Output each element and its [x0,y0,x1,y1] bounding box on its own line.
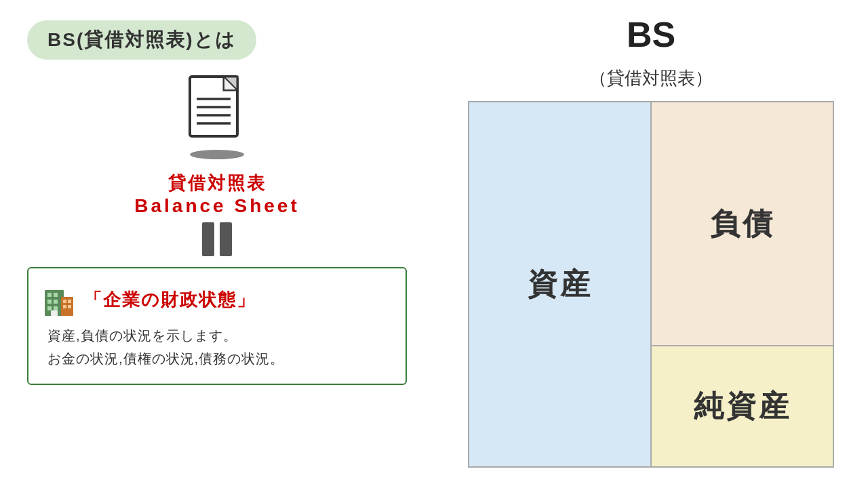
svg-rect-11 [54,300,58,304]
svg-rect-17 [68,300,71,303]
document-icon [186,73,248,144]
bs-liabilities-label: 負債 [710,204,775,244]
svg-rect-12 [47,306,52,310]
info-box: 「企業の財政状態」 資産,負債の状況を示します。 お金の状況,債権の状況,債務の… [27,267,407,385]
bs-main-title: BS [627,14,675,56]
arrow-down-icon [202,222,232,256]
doc-shadow [190,150,244,159]
title-badge: BS(貸借対照表)とは [27,20,256,60]
left-panel: BS(貸借対照表)とは 貸借対照表 Balance Sheet [0,0,434,488]
info-desc-line2: お金の状況,債権の状況,債務の状況。 [47,351,284,366]
info-desc-line1: 資産,負債の状況を示します。 [47,328,237,343]
info-desc: 資産,負債の状況を示します。 お金の状況,債権の状況,債務の状況。 [42,324,389,370]
bs-right-column: 負債 純資産 [652,102,833,466]
bs-assets-cell: 資産 [469,102,652,466]
svg-rect-13 [54,306,58,310]
label-english: Balance Sheet [134,195,299,217]
label-japanese: 貸借対照表 [168,171,267,195]
document-icon-area [186,73,248,159]
bs-assets-label: 資産 [528,264,593,304]
bs-subtitle: （貸借対照表） [589,66,713,90]
arrow-bar-right [220,222,232,256]
building-icon [42,282,75,317]
svg-rect-16 [63,300,66,303]
bs-table: 資産 負債 純資産 [468,101,834,468]
svg-rect-8 [47,293,52,297]
svg-rect-10 [47,300,52,304]
right-panel: BS （貸借対照表） 資産 負債 純資産 [434,0,868,488]
svg-rect-18 [63,305,66,308]
svg-rect-15 [61,297,73,316]
bs-net-assets-label: 純資産 [694,386,791,426]
info-box-header: 「企業の財政状態」 [42,282,389,317]
bs-net-assets-cell: 純資産 [652,346,833,466]
svg-rect-19 [68,305,71,308]
svg-rect-9 [54,293,58,297]
arrow-bar-left [202,222,214,256]
svg-rect-14 [51,310,58,316]
bs-liabilities-cell: 負債 [652,102,833,346]
info-title: 「企業の財政状態」 [84,288,256,312]
